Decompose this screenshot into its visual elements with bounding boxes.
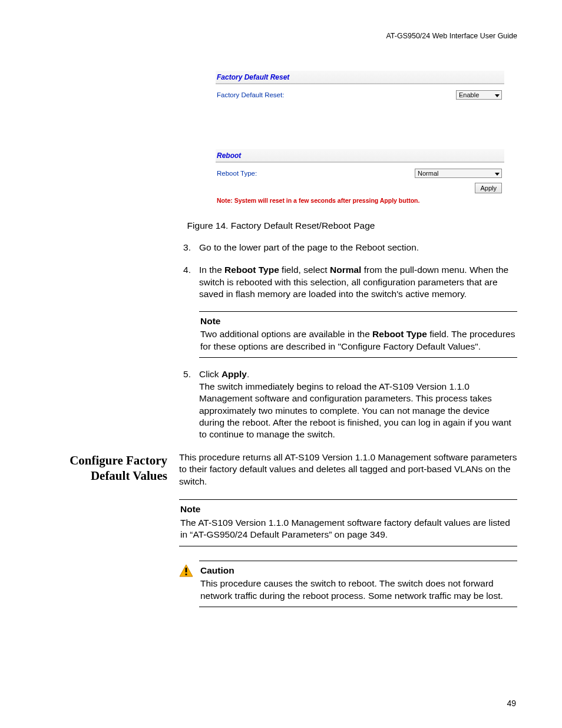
select-value: Normal [418, 170, 438, 177]
step-5: 5. Click Apply. The switch immediately b… [179, 368, 517, 441]
step-3: 3. Go to the lower part of the page to t… [179, 242, 517, 253]
text-bold: Apply [222, 369, 247, 379]
running-header: AT-GS950/24 Web Interface User Guide [45, 32, 517, 40]
embedded-screenshot: Factory Default Reset Factory Default Re… [216, 71, 504, 205]
text: . [247, 369, 249, 379]
select-value: Enable [459, 91, 479, 98]
text: In the [199, 265, 224, 275]
text-bold: Reboot Type [224, 265, 279, 275]
chevron-down-icon [495, 173, 500, 176]
page-number: 49 [507, 699, 516, 708]
figure-caption: Figure 14. Factory Default Reset/Reboot … [45, 220, 517, 231]
side-heading: Configure Factory Default Values [45, 452, 167, 607]
apply-button[interactable]: Apply [475, 183, 502, 193]
reboot-header: Reboot [216, 149, 504, 163]
procedure-steps: 3. Go to the lower part of the page to t… [179, 242, 517, 441]
step-number: 4. [179, 264, 191, 300]
text: Click [199, 369, 222, 379]
text: The switch immediately begins to reload … [199, 381, 517, 441]
factory-default-reset-select[interactable]: Enable [456, 90, 502, 100]
section-body: This procedure returns all AT-S109 Versi… [179, 452, 517, 607]
step-body: In the Reboot Type field, select Normal … [199, 264, 517, 300]
step-number: 5. [179, 368, 191, 441]
reboot-type-row: Reboot Type: Normal [216, 163, 504, 180]
note-body: The AT-S109 Version 1.1.0 Management sof… [180, 517, 516, 541]
text: field, select [279, 265, 330, 275]
caution-block: Caution This procedure causes the switch… [199, 561, 517, 607]
text-bold: Reboot Type [372, 329, 427, 339]
reboot-type-select[interactable]: Normal [415, 169, 502, 178]
caution-row: Caution This procedure causes the switch… [179, 561, 517, 607]
section-configure-factory-default: Configure Factory Default Values This pr… [45, 452, 517, 607]
note-block: Note The AT-S109 Version 1.1.0 Managemen… [179, 499, 517, 546]
step-body: Click Apply. The switch immediately begi… [199, 368, 517, 441]
svg-rect-2 [186, 574, 187, 575]
reset-warning-note: Note: System will reset in a few seconds… [216, 195, 504, 205]
chevron-down-icon [495, 94, 500, 97]
step-body: Go to the lower part of the page to the … [199, 242, 517, 253]
caution-icon [179, 564, 193, 577]
caution-title: Caution [200, 565, 516, 577]
step-number: 3. [179, 242, 191, 253]
text-bold: Normal [330, 265, 361, 275]
note-body: Two additional options are available in … [200, 328, 516, 353]
note-title: Note [200, 315, 516, 327]
factory-default-reset-label: Factory Default Reset: [217, 91, 284, 98]
note-title: Note [180, 503, 516, 515]
svg-rect-1 [186, 568, 187, 572]
intro-paragraph: This procedure returns all AT-S109 Versi… [179, 452, 517, 487]
note-block: Note Two additional options are availabl… [199, 311, 517, 358]
caution-body: This procedure causes the switch to rebo… [200, 578, 516, 602]
factory-default-reset-header: Factory Default Reset [216, 71, 504, 84]
step-4: 4. In the Reboot Type field, select Norm… [179, 264, 517, 300]
document-page: AT-GS950/24 Web Interface User Guide Fac… [0, 0, 562, 728]
reboot-type-label: Reboot Type: [217, 170, 257, 177]
factory-default-reset-row: Factory Default Reset: Enable [216, 84, 504, 102]
text: Two additional options are available in … [200, 329, 372, 339]
